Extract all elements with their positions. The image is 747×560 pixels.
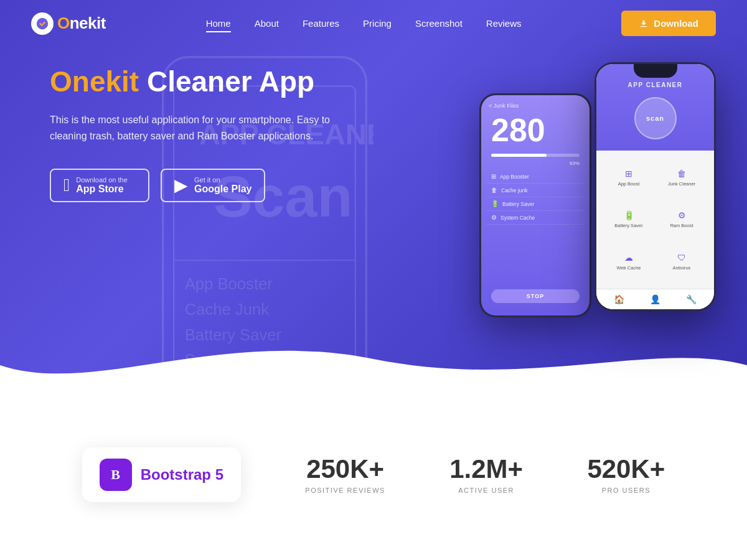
list-item: ⊞App Booster <box>486 170 585 184</box>
junk-number: 280 <box>486 114 585 146</box>
progress-bar-container <box>491 154 580 157</box>
nav-item-about[interactable]: About <box>255 18 279 29</box>
phone-front-nav: 🏠 👤 🔧 <box>596 289 714 309</box>
phone-front-screen: APP CLEANER scan ⊞ App Boost 🗑 Junk Clea… <box>596 64 714 309</box>
junk-cleaner-icon: 🗑 <box>677 169 686 179</box>
phone-front-grid: ⊞ App Boost 🗑 Junk Cleaner 🔋 Battery Sav… <box>596 151 714 289</box>
logo[interactable]: Onekit <box>31 12 106 35</box>
phone-front-title: APP CLEANER <box>605 82 705 88</box>
grid-item-webcache: ☁ Web Cache <box>603 241 655 282</box>
hero-title-rest: Cleaner App <box>139 65 314 98</box>
apple-icon:  <box>63 177 70 194</box>
nav-link-home[interactable]: Home <box>206 18 231 32</box>
nav-link-pricing[interactable]: Pricing <box>363 18 392 29</box>
grid-item-junkcleaner: 🗑 Junk Cleaner <box>655 157 708 198</box>
appstore-label-large: App Store <box>76 184 128 195</box>
svg-text:Battery Saver: Battery Saver <box>185 326 282 343</box>
battery-saver-label: Battery Saver <box>614 223 642 228</box>
bootstrap-icon: B <box>100 459 132 491</box>
bootstrap-badge: B Bootstrap 5 <box>82 447 241 502</box>
stat-users-number: 1.2M+ <box>449 455 523 483</box>
stat-pro-users: 520K+ Pro Users <box>587 455 665 493</box>
hero-description: This is the most useful application for … <box>50 112 349 145</box>
download-btn-label: Download <box>654 18 698 29</box>
scan-circle: scan <box>634 97 677 139</box>
nav-link-reviews[interactable]: Reviews <box>486 18 522 29</box>
svg-point-0 <box>37 17 48 29</box>
stat-reviews: 250K+ Positive Reviews <box>305 455 385 493</box>
nav-item-reviews[interactable]: Reviews <box>486 18 522 29</box>
svg-rect-1 <box>641 26 647 27</box>
svg-text:App Booster: App Booster <box>185 275 273 292</box>
bootstrap-label: Bootstrap 5 <box>141 466 223 483</box>
nav-tools-icon: 🔧 <box>686 294 697 304</box>
stat-users: 1.2M+ Active User <box>449 455 523 493</box>
stat-reviews-label: Positive Reviews <box>305 487 385 494</box>
ram-boost-icon: ⚙ <box>678 210 686 220</box>
googleplay-btn-text: Get it on Google Play <box>194 176 251 195</box>
stat-users-label: Active User <box>449 487 523 494</box>
hero-title-highlight: Onekit <box>50 65 139 98</box>
nav-link-about[interactable]: About <box>255 18 279 29</box>
nav-item-screenshot[interactable]: Screenshot <box>415 18 463 29</box>
list-item: 🗑Cache junk <box>486 184 585 197</box>
list-item: 🔋Battery Saver <box>486 197 585 211</box>
progress-label: 63% <box>491 161 580 166</box>
phone-back: < Junk Files 280 63% ⊞App Booster 🗑Cache… <box>479 93 591 317</box>
googleplay-button[interactable]: ▶ Get it on Google Play <box>161 169 265 202</box>
progress-bar-fill <box>491 154 547 157</box>
phone-back-list: ⊞App Booster 🗑Cache junk 🔋Battery Saver … <box>486 170 585 284</box>
stop-button[interactable]: STOP <box>491 289 580 303</box>
battery-saver-icon: 🔋 <box>491 200 499 207</box>
list-item: ⚙System Cache <box>486 211 585 225</box>
stat-pro-users-number: 520K+ <box>587 455 665 483</box>
stat-reviews-number: 250K+ <box>305 455 385 483</box>
stat-pro-users-label: Pro Users <box>587 487 665 494</box>
nav-link-features[interactable]: Features <box>303 18 339 29</box>
nav-link-screenshot[interactable]: Screenshot <box>415 18 463 29</box>
antivirus-icon: 🛡 <box>677 253 686 263</box>
logo-icon <box>31 12 54 35</box>
app-booster-icon: ⊞ <box>491 173 496 180</box>
navbar-download-button[interactable]: Download <box>621 11 716 36</box>
hero-section: APP CLEANER Scan App Booster Cache Junk … <box>0 0 747 389</box>
stats-section: B Bootstrap 5 250K+ Positive Reviews 1.2… <box>0 389 747 560</box>
battery-saver-icon2: 🔋 <box>624 210 634 220</box>
nav-user-icon: 👤 <box>650 294 660 304</box>
googleplay-icon: ▶ <box>174 177 188 194</box>
phone-notch <box>634 64 677 78</box>
logo-text: Onekit <box>57 14 106 33</box>
hero-title: Onekit Cleaner App <box>50 65 374 98</box>
svg-text:System Cache: System Cache <box>185 351 289 368</box>
appstore-button[interactable]:  Download on the App Store <box>50 169 149 202</box>
svg-text:Browser Cache: Browser Cache <box>185 376 294 389</box>
app-boost-icon: ⊞ <box>625 169 632 179</box>
googleplay-label-small: Get it on <box>194 176 251 184</box>
grid-item-ramboost: ⚙ Ram Boost <box>655 199 708 241</box>
phone-back-header: < Junk Files <box>486 103 585 109</box>
download-icon <box>639 19 649 29</box>
app-boost-label: App Boost <box>618 181 640 187</box>
hero-buttons:  Download on the App Store ▶ Get it on … <box>50 169 374 202</box>
cache-junk-icon: 🗑 <box>491 187 497 194</box>
antivirus-label: Antivirus <box>673 265 691 271</box>
hero-content: Onekit Cleaner App This is the most usef… <box>50 65 374 202</box>
nav-item-features[interactable]: Features <box>303 18 339 29</box>
svg-text:Cache Junk: Cache Junk <box>185 301 270 318</box>
phone-front: APP CLEANER scan ⊞ App Boost 🗑 Junk Clea… <box>594 62 716 311</box>
nav-item-home[interactable]: Home <box>206 18 231 29</box>
web-cache-icon: ☁ <box>624 253 633 263</box>
grid-item-battery: 🔋 Battery Saver <box>603 199 655 241</box>
appstore-btn-text: Download on the App Store <box>76 176 128 195</box>
nav-home-icon: 🏠 <box>614 294 624 304</box>
googleplay-label-large: Google Play <box>194 184 251 195</box>
web-cache-label: Web Cache <box>616 265 641 271</box>
system-cache-icon: ⚙ <box>491 214 497 221</box>
navbar: Onekit Home About Features Pricing Scree… <box>0 0 747 47</box>
nav-item-pricing[interactable]: Pricing <box>363 18 392 29</box>
junk-cleaner-label: Junk Cleaner <box>668 181 695 187</box>
scan-label: scan <box>646 114 664 122</box>
ram-boost-label: Ram Boost <box>670 223 693 228</box>
grid-item-appboost: ⊞ App Boost <box>603 157 655 198</box>
phones-container: < Junk Files 280 63% ⊞App Booster 🗑Cache… <box>479 62 716 373</box>
